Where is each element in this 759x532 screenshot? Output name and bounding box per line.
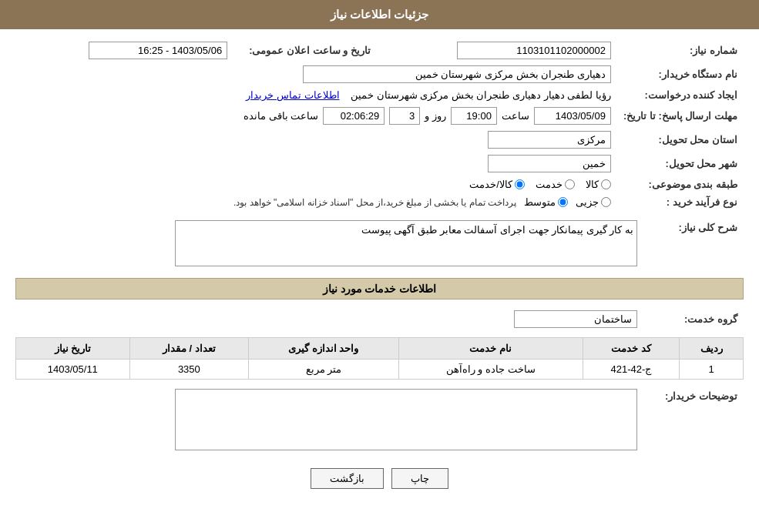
deadline-days-field: 3 bbox=[389, 107, 420, 125]
deadline-remaining-field: 02:06:29 bbox=[323, 107, 385, 125]
main-content: شماره نیاز: 1103101102000002 تاریخ و ساع… bbox=[0, 29, 759, 498]
services-table: ردیف کد خدمت نام خدمت واحد اندازه گیری ت… bbox=[15, 337, 744, 380]
need-desc-table: شرح کلی نیاز: bbox=[15, 217, 744, 272]
category-option-khedmat[interactable]: خدمت bbox=[536, 179, 575, 190]
back-button[interactable]: بازگشت bbox=[311, 468, 384, 489]
category-label: طبقه بندی موضوعی: bbox=[617, 176, 744, 193]
buyer-desc-textarea[interactable] bbox=[175, 389, 637, 450]
service-group-table: گروه خدمت: ساختمان bbox=[15, 307, 744, 331]
service-name: ساخت جاده و راه‌آهن bbox=[398, 360, 583, 380]
service-group-field: ساختمان bbox=[514, 310, 637, 328]
deadline-label: مهلت ارسال پاسخ: تا تاریخ: bbox=[617, 104, 744, 128]
table-row: 1 ج-42-421 ساخت جاده و راه‌آهن متر مربع … bbox=[16, 360, 744, 380]
col-name: نام خدمت bbox=[398, 338, 583, 360]
category-khedmat-label: خدمت bbox=[536, 179, 563, 190]
deadline-remaining-label: ساعت باقی مانده bbox=[243, 110, 318, 122]
purchase-type-label: نوع فرآیند خرید : bbox=[617, 193, 744, 211]
services-section-title: اطلاعات خدمات مورد نیاز bbox=[15, 278, 744, 299]
deadline-days-label: روز و bbox=[425, 110, 446, 122]
province-value: مرکزی bbox=[15, 128, 617, 152]
purchase-type-mutavasset-label: متوسط bbox=[524, 196, 556, 208]
service-row-num: 1 bbox=[680, 360, 744, 380]
deadline-time-label: ساعت bbox=[502, 110, 529, 122]
contact-link[interactable]: اطلاعات تماس خریدار bbox=[246, 89, 339, 101]
category-both-label: کالا/خدمت bbox=[469, 179, 512, 190]
col-unit: واحد اندازه گیری bbox=[249, 338, 399, 360]
basic-info-table: شماره نیاز: 1103101102000002 تاریخ و ساع… bbox=[15, 38, 744, 211]
service-qty: 3350 bbox=[129, 360, 248, 380]
category-row: کالا خدمت کالا/خدمت bbox=[15, 176, 617, 193]
col-date: تاریخ نیاز bbox=[16, 338, 130, 360]
province-label: استان محل تحویل: bbox=[617, 128, 744, 152]
request-number-label: شماره نیاز: bbox=[617, 38, 744, 62]
deadline-time-field: 19:00 bbox=[451, 107, 497, 125]
org-name-field: دهیاری طنجران بخش مرکزی شهرستان خمین bbox=[303, 65, 611, 83]
category-option-both[interactable]: کالا/خدمت bbox=[469, 179, 525, 190]
page-header: جزئیات اطلاعات نیاز bbox=[0, 0, 759, 29]
service-unit: متر مربع bbox=[249, 360, 399, 380]
service-date: 1403/05/11 bbox=[16, 360, 130, 380]
purchase-type-note: پرداخت تمام یا بخشی از مبلغ خرید،از محل … bbox=[233, 197, 516, 208]
org-name-value: دهیاری طنجران بخش مرکزی شهرستان خمین bbox=[15, 62, 617, 86]
creator-field: رؤیا لطفی دهیار دهیاری طنجران بخش مرکزی … bbox=[351, 89, 611, 101]
creator-label: ایجاد کننده درخواست: bbox=[617, 86, 744, 104]
announce-date-label: تاریخ و ساعت اعلان عمومی: bbox=[233, 38, 377, 62]
deadline-row: 1403/05/09 ساعت 19:00 روز و 3 02:06:29 س… bbox=[15, 104, 617, 128]
purchase-type-radio-jozi[interactable] bbox=[601, 197, 611, 207]
announce-date-value: 1403/05/06 - 16:25 bbox=[15, 38, 233, 62]
category-kala-label: کالا bbox=[586, 179, 599, 190]
col-qty: تعداد / مقدار bbox=[129, 338, 248, 360]
buyer-desc-table: توضیحات خریدار: bbox=[15, 386, 744, 456]
page-title: جزئیات اطلاعات نیاز bbox=[331, 8, 428, 21]
category-radio-both[interactable] bbox=[515, 179, 525, 189]
buyer-desc-label: توضیحات خریدار: bbox=[643, 386, 744, 456]
service-code: ج-42-421 bbox=[583, 360, 680, 380]
service-group-label: گروه خدمت: bbox=[643, 307, 744, 331]
col-code: کد خدمت bbox=[583, 338, 680, 360]
purchase-type-jozi[interactable]: جزیی bbox=[576, 196, 611, 208]
request-number-value: 1103101102000002 bbox=[377, 38, 617, 62]
purchase-type-radio-mutavasset[interactable] bbox=[558, 197, 568, 207]
city-field: خمین bbox=[488, 155, 611, 172]
org-name-label: نام دستگاه خریدار: bbox=[617, 62, 744, 86]
buyer-desc-value bbox=[15, 386, 643, 456]
category-option-kala[interactable]: کالا bbox=[586, 179, 611, 190]
request-number-field: 1103101102000002 bbox=[457, 42, 611, 59]
page-wrapper: جزئیات اطلاعات نیاز شماره نیاز: 11031011… bbox=[0, 0, 759, 532]
city-label: شهر محل تحویل: bbox=[617, 152, 744, 176]
service-group-value: ساختمان bbox=[15, 307, 643, 331]
city-value: خمین bbox=[15, 152, 617, 176]
creator-value: رؤیا لطفی دهیار دهیاری طنجران بخش مرکزی … bbox=[15, 86, 617, 104]
deadline-date-field: 1403/05/09 bbox=[534, 107, 611, 125]
announce-date-field: 1403/05/06 - 16:25 bbox=[89, 42, 227, 59]
purchase-type-mutavasset[interactable]: متوسط bbox=[524, 196, 568, 208]
need-desc-label: شرح کلی نیاز: bbox=[643, 217, 744, 272]
category-radio-kala[interactable] bbox=[601, 179, 611, 189]
need-desc-textarea[interactable] bbox=[175, 220, 637, 266]
need-desc-value bbox=[15, 217, 643, 272]
province-field: مرکزی bbox=[488, 131, 611, 149]
purchase-type-jozi-label: جزیی bbox=[576, 196, 599, 208]
col-row: ردیف bbox=[680, 338, 744, 360]
button-row: چاپ بازگشت bbox=[15, 468, 744, 489]
purchase-type-row: جزیی متوسط پرداخت تمام یا بخشی از مبلغ خ… bbox=[15, 193, 617, 211]
print-button[interactable]: چاپ bbox=[391, 468, 448, 489]
category-radio-khedmat[interactable] bbox=[565, 179, 575, 189]
